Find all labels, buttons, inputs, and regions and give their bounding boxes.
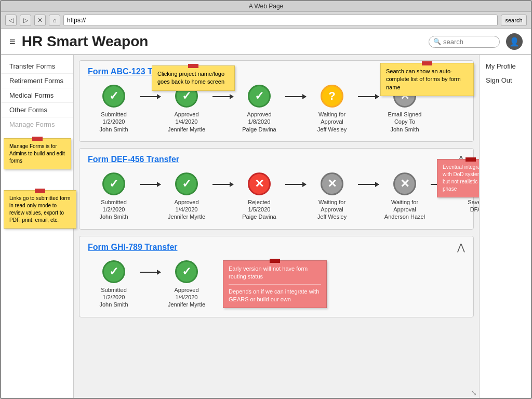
sticky-eventual: Eventual integration with DoD systems wi… — [437, 159, 479, 197]
def-connector-4 — [358, 184, 379, 185]
def-connector-1 — [140, 184, 161, 185]
def-step-5: ✕ Waiting for Approval Anderson Hazel — [379, 172, 431, 221]
def-step-1: ✓ Submitted 1/2/2020 John Smith — [88, 172, 140, 221]
sticky-ghi-note: Early version will not have form routing… — [223, 260, 327, 309]
def-step-5-circle: ✕ — [393, 172, 416, 195]
def-step-4-circle: ✕ — [321, 172, 343, 195]
sidebar-item-other[interactable]: Other Forms — [1, 103, 73, 117]
connector-2 — [212, 96, 233, 97]
step-3: ✓ Approved 1/8/2020 Paige Davina — [233, 85, 285, 133]
def-step-3-circle: ✕ — [248, 172, 271, 195]
form-ghi-body: ✓ Submitted 1/2/2020 John Smith ✓ — [88, 260, 465, 309]
sign-out-link[interactable]: Sign Out — [480, 73, 531, 87]
ghi-note-line2: Depends on if we can integrate with GEAR… — [229, 288, 321, 304]
my-profile-link[interactable]: My Profile — [480, 59, 531, 73]
main-content: Form ABC-123 Transfer ⋀ ✓ Submitted 1/2/… — [74, 55, 479, 398]
close-button[interactable]: ✕ — [34, 15, 46, 26]
form-ghi-title[interactable]: Form GHI-789 Transfer — [88, 243, 178, 252]
form-ghi-collapse[interactable]: ⋀ — [457, 243, 465, 252]
ghi-step-2: ✓ Approved 1/4/2020 Jennifer Myrtle — [161, 260, 212, 309]
app-header: ≡ HR Smart Weapon Clicking project name/… — [1, 29, 531, 55]
app-body: Transfer Forms Retirement Forms Medical … — [1, 55, 531, 398]
browser-toolbar: ◁ ▷ ✕ ⌂ search — [1, 12, 531, 29]
form-def-title[interactable]: Form DEF-456 Transfer — [88, 155, 179, 164]
step-1-circle: ✓ — [102, 85, 125, 108]
form-ghi-header: Form GHI-789 Transfer ⋀ — [88, 243, 465, 252]
profile-avatar[interactable]: 👤 — [506, 33, 523, 50]
back-button[interactable]: ◁ — [5, 15, 17, 26]
browser-titlebar: A Web Page — [1, 1, 531, 12]
ghi-note-line1: Early version will not have form routing… — [229, 265, 321, 285]
browser-search-button[interactable]: search — [501, 15, 527, 26]
step-5-label: Email Signed Copy To John Smith — [381, 111, 428, 133]
def-step-4-label: Waiting for Approval Jeff Wesley — [317, 198, 347, 221]
ghi-connector-1 — [140, 272, 161, 273]
def-step-3: ✕ Rejected 1/5/2020 Paige Davina — [233, 172, 285, 221]
sidebar-item-transfer[interactable]: Transfer Forms — [1, 59, 73, 74]
sticky-header-right: Search can show an auto-complete list of… — [380, 63, 474, 96]
app-title: HR Smart Weapon — [22, 33, 422, 50]
def-connector-2 — [212, 184, 233, 185]
form-def-steps: ✓ Submitted 1/2/2020 John Smith ✓ — [88, 172, 465, 221]
step-2-label: Approved 1/4/2020 Jennifer Myrtle — [168, 111, 205, 133]
form-card-def: Form DEF-456 Transfer ⋀ ✓ Submitted 1/2/… — [79, 148, 474, 230]
step-3-label: Approved 1/8/2020 Paige Davina — [242, 111, 276, 133]
form-card-ghi: Form GHI-789 Transfer ⋀ ✓ Submitted 1/2/… — [79, 236, 474, 317]
def-step-2: ✓ Approved 1/4/2020 Jennifer Myrtle — [161, 172, 212, 221]
def-step-5-label: Waiting for Approval Anderson Hazel — [384, 198, 425, 221]
def-step-6-label: Save In DFAS — [468, 198, 479, 214]
ghi-step-1-circle: ✓ — [102, 260, 125, 283]
ghi-step-2-circle: ✓ — [175, 260, 198, 283]
form-def-header: Form DEF-456 Transfer ⋀ — [88, 155, 465, 164]
connector-1 — [140, 96, 161, 97]
form-ghi-steps: ✓ Submitted 1/2/2020 John Smith ✓ — [88, 260, 212, 309]
def-step-1-label: Submitted 1/2/2020 John Smith — [99, 198, 128, 221]
sticky-header-left: Clicking project name/logo goes back to … — [152, 65, 235, 91]
sticky-links: Links go to submitted form in read-only … — [4, 190, 76, 229]
def-step-3-label: Rejected 1/5/2020 Paige Davina — [242, 198, 276, 221]
sidebar-item-manage: Manage Forms — [1, 117, 73, 131]
right-sidebar: My Profile Sign Out — [479, 55, 531, 398]
def-step-1-circle: ✓ — [102, 172, 125, 195]
browser-window: A Web Page ◁ ▷ ✕ ⌂ search ≡ HR Smart Wea… — [0, 0, 532, 399]
ghi-step-1: ✓ Submitted 1/2/2020 John Smith — [88, 260, 140, 309]
menu-icon[interactable]: ≡ — [9, 36, 16, 48]
connector-4 — [358, 96, 379, 97]
def-step-2-label: Approved 1/4/2020 Jennifer Myrtle — [168, 198, 205, 221]
step-3-circle: ✓ — [248, 85, 271, 108]
home-button[interactable]: ⌂ — [49, 15, 60, 26]
forward-button[interactable]: ▷ — [20, 15, 31, 26]
step-2: ✓ Approved 1/4/2020 Jennifer Myrtle — [161, 85, 212, 133]
ghi-step-2-label: Approved 1/4/2020 Jennifer Myrtle — [168, 286, 205, 309]
sidebar: Transfer Forms Retirement Forms Medical … — [1, 55, 74, 398]
search-wrapper: 🔍 — [429, 36, 500, 48]
step-4-label: Waiting for Approval Jeff Wesley — [317, 111, 347, 133]
def-step-4: ✕ Waiting for Approval Jeff Wesley — [306, 172, 358, 221]
def-step-2-circle: ✓ — [175, 172, 198, 195]
url-bar[interactable] — [63, 15, 498, 26]
search-icon: 🔍 — [433, 38, 441, 45]
connector-3 — [285, 96, 306, 97]
sidebar-item-retirement[interactable]: Retirement Forms — [1, 74, 73, 88]
search-input[interactable] — [443, 38, 495, 46]
sidebar-item-medical[interactable]: Medical Forms — [1, 88, 73, 103]
app-container: ≡ HR Smart Weapon Clicking project name/… — [1, 29, 531, 398]
def-connector-3 — [285, 184, 306, 185]
step-4: ? Waiting for Approval Jeff Wesley — [306, 85, 358, 133]
ghi-step-1-label: Submitted 1/2/2020 John Smith — [99, 286, 128, 309]
sticky-manage-forms: Manage Forms is for Admins to build and … — [4, 138, 71, 169]
step-1: ✓ Submitted 1/2/2020 John Smith — [88, 85, 140, 133]
page-title: A Web Page — [249, 3, 284, 10]
resize-handle: ⤡ — [471, 389, 477, 397]
step-1-label: Submitted 1/2/2020 John Smith — [99, 111, 128, 133]
step-4-circle: ? — [321, 85, 343, 108]
